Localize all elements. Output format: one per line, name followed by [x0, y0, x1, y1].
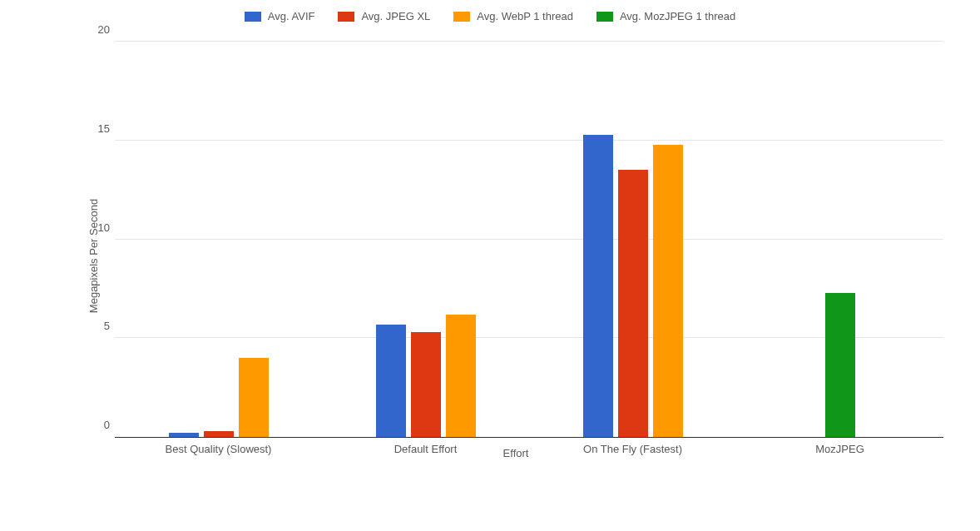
bar: [618, 170, 648, 437]
y-axis-label: Megapixels Per Second: [87, 199, 100, 313]
bar: [239, 358, 269, 437]
legend-swatch: [453, 12, 470, 22]
legend-item: Avg. WebP 1 thread: [453, 10, 573, 22]
legend-swatch: [245, 12, 261, 22]
bar: [411, 332, 441, 437]
legend-item: Avg. MozJPEG 1 thread: [596, 10, 735, 22]
plot-inner: 05101520Best Quality (Slowest)Default Ef…: [115, 42, 943, 438]
gridline: [115, 337, 943, 338]
bar: [825, 293, 855, 437]
chart-container: Avg. AVIF Avg. JPEG XL Avg. WebP 1 threa…: [8, 8, 972, 523]
legend: Avg. AVIF Avg. JPEG XL Avg. WebP 1 threa…: [8, 8, 972, 27]
bar: [204, 431, 234, 437]
plot-area: Megapixels Per Second 05101520Best Quali…: [83, 37, 948, 463]
x-axis-label: Effort: [503, 447, 529, 459]
legend-label: Avg. AVIF: [268, 10, 315, 22]
gridline: [115, 41, 943, 42]
y-tick-label: 15: [88, 122, 110, 134]
legend-label: Avg. JPEG XL: [361, 10, 430, 22]
legend-item: Avg. AVIF: [245, 10, 315, 22]
y-tick-label: 0: [88, 419, 110, 431]
legend-item: Avg. JPEG XL: [338, 10, 430, 22]
x-tick-label: Best Quality (Slowest): [166, 443, 272, 455]
x-tick-label: MozJPEG: [815, 443, 864, 455]
bar: [653, 145, 683, 438]
bar: [446, 315, 476, 437]
gridline: [115, 239, 943, 240]
legend-swatch: [338, 12, 354, 22]
bar: [583, 135, 613, 437]
y-tick-label: 20: [88, 23, 110, 36]
x-tick-label: On The Fly (Fastest): [583, 443, 682, 455]
legend-swatch: [596, 12, 613, 22]
y-tick-label: 5: [88, 320, 110, 332]
bar: [376, 325, 406, 437]
bar: [169, 433, 199, 437]
legend-label: Avg. MozJPEG 1 thread: [620, 10, 735, 22]
y-tick-label: 10: [88, 221, 110, 233]
legend-label: Avg. WebP 1 thread: [477, 10, 573, 22]
gridline: [115, 140, 943, 141]
x-tick-label: Default Effort: [394, 443, 458, 455]
